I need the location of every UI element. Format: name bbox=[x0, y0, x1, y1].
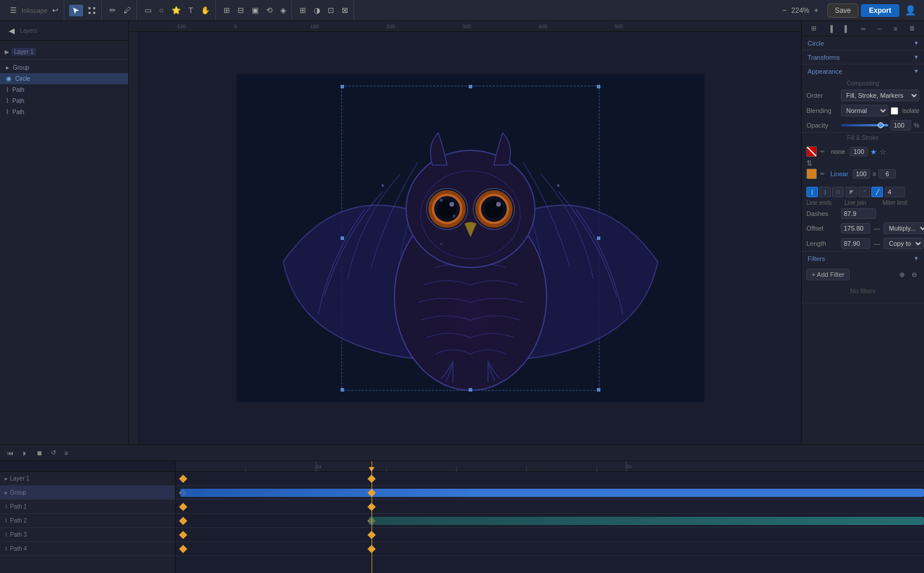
transform-btn[interactable]: ⟲ bbox=[263, 4, 276, 16]
panel-icon-5[interactable]: ─ bbox=[875, 24, 884, 33]
color-mode-btn[interactable]: ◑ bbox=[311, 4, 323, 16]
stroke-swatch[interactable] bbox=[806, 169, 817, 179]
keyframe-4-start[interactable] bbox=[179, 531, 187, 539]
cap-butt-btn[interactable]: | bbox=[806, 187, 818, 197]
save-button[interactable]: Save bbox=[827, 4, 858, 18]
circle-section: Circle ▾ bbox=[802, 36, 924, 50]
undo-btn[interactable]: ↩ bbox=[49, 4, 61, 16]
opacity-input[interactable] bbox=[891, 120, 911, 131]
filters-controls: + Add Filter ⊕ ⊖ bbox=[806, 269, 919, 280]
export-button[interactable]: Export bbox=[861, 4, 899, 17]
panel-icon-3[interactable]: ▌ bbox=[842, 24, 851, 33]
zoom-out-btn[interactable]: − bbox=[779, 4, 790, 16]
hand-tool-btn[interactable]: ✋ bbox=[198, 4, 213, 16]
isolate-checkbox[interactable] bbox=[891, 107, 898, 115]
align-btn[interactable]: ⊞ bbox=[221, 4, 233, 16]
panel-icon-4[interactable]: ═ bbox=[858, 24, 868, 33]
order-select[interactable]: Fill, Stroke, Markers bbox=[841, 90, 919, 101]
tl-group-row: ▸ Group bbox=[0, 486, 175, 500]
sidebar-toggle-btn[interactable]: ◀ bbox=[6, 25, 18, 37]
timeline-tracks[interactable]: 1s 2s bbox=[176, 461, 924, 573]
fit-page-btn[interactable]: ⊡ bbox=[325, 4, 337, 16]
sidebar-item-path3[interactable]: ⌇ Path bbox=[0, 107, 128, 118]
distribute-btn[interactable]: ⊟ bbox=[235, 4, 247, 16]
user-btn[interactable]: 👤 bbox=[902, 3, 919, 18]
node-tool-btn[interactable] bbox=[85, 5, 99, 16]
keyframe-2-start[interactable] bbox=[179, 503, 187, 511]
track-bar-1[interactable] bbox=[180, 489, 924, 497]
path-btn[interactable]: ◈ bbox=[277, 4, 289, 16]
svg-point-0 bbox=[88, 7, 91, 9]
cap-round-btn[interactable]: ) bbox=[819, 187, 831, 197]
pencil-tool-btn[interactable]: ✏ bbox=[107, 4, 119, 16]
filter-icon-2[interactable]: ⊖ bbox=[909, 270, 919, 280]
timeline-playhead[interactable] bbox=[372, 461, 372, 573]
fill-star-empty-icon[interactable]: ☆ bbox=[880, 147, 887, 156]
track-bar-3[interactable] bbox=[369, 517, 924, 525]
zoom-in-btn[interactable]: + bbox=[811, 4, 822, 16]
sidebar-item-circle[interactable]: ◉ Circle bbox=[0, 73, 128, 84]
owl-canvas[interactable] bbox=[139, 32, 801, 444]
panel-icon-1[interactable]: ⊞ bbox=[809, 23, 819, 33]
pen-tool-btn[interactable]: 🖊 bbox=[121, 4, 134, 16]
stroke-width-val[interactable]: 6 bbox=[878, 169, 896, 179]
tl-loop-btn[interactable]: ↺ bbox=[49, 448, 59, 458]
panel-icon-6[interactable]: ≡ bbox=[891, 24, 899, 33]
panel-icon-2[interactable]: ▐ bbox=[826, 24, 835, 33]
sidebar-item-path1[interactable]: ⌇ Path bbox=[0, 84, 128, 95]
tl-play-btn[interactable]: ⏵ bbox=[19, 448, 30, 458]
blending-select[interactable]: Normal bbox=[841, 105, 888, 116]
length-input[interactable] bbox=[841, 238, 870, 249]
keyframe-3-start[interactable] bbox=[179, 517, 187, 525]
opacity-slider[interactable] bbox=[841, 124, 888, 126]
add-filter-btn[interactable]: + Add Filter bbox=[806, 269, 850, 280]
keyframe-0-start[interactable] bbox=[179, 475, 187, 483]
join-bevel-btn[interactable]: ╱ bbox=[871, 187, 883, 197]
offset-input[interactable] bbox=[841, 223, 870, 234]
menu-btn[interactable]: ☰ bbox=[7, 4, 20, 16]
circle-tool-btn[interactable]: ○ bbox=[156, 4, 167, 16]
stroke-edit-btn[interactable]: ✏ bbox=[819, 171, 826, 177]
panel-icon-7[interactable]: ≣ bbox=[907, 23, 917, 33]
fill-val[interactable]: 100 bbox=[850, 147, 867, 156]
join-miter-btn[interactable]: ◤ bbox=[846, 187, 857, 197]
fill-star-icon[interactable]: ★ bbox=[870, 147, 877, 156]
canvas-area[interactable]: -100 0 100 200 300 400 500 bbox=[129, 21, 801, 444]
circle-section-title[interactable]: Circle ▾ bbox=[802, 36, 924, 50]
length-row: Length — Copy to bbox=[802, 236, 924, 251]
stroke-val[interactable]: 100 bbox=[853, 169, 870, 179]
join-round-btn[interactable]: ◜ bbox=[858, 187, 870, 197]
transforms-section-title[interactable]: Transforms ▾ bbox=[802, 50, 924, 64]
timeline-toolbar: ⏮ ⏵ ⏹ ↺ ≡ bbox=[0, 445, 924, 461]
length-mode-select[interactable]: Copy to bbox=[884, 238, 923, 249]
blending-row: Blending Normal Isolate bbox=[802, 103, 924, 118]
fit-drawing-btn[interactable]: ⊠ bbox=[339, 4, 351, 16]
swap-arrows-icon[interactable]: ⇅ bbox=[806, 159, 812, 167]
tl-stop-btn[interactable]: ⏹ bbox=[34, 448, 45, 458]
star-tool-btn[interactable]: ⭐ bbox=[169, 4, 184, 16]
appearance-section-title[interactable]: Appearance ▾ bbox=[802, 64, 924, 78]
filter-icon-1[interactable]: ⊕ bbox=[897, 270, 907, 280]
cap-square-btn[interactable]: □ bbox=[832, 187, 844, 197]
rect-tool-btn[interactable]: ▭ bbox=[142, 4, 154, 16]
tl-rewind-btn[interactable]: ⏮ bbox=[5, 448, 16, 458]
bitmap-btn[interactable]: ▣ bbox=[249, 4, 262, 16]
svg-rect-29 bbox=[597, 388, 600, 392]
filters-section-title[interactable]: Filters ▾ bbox=[802, 252, 924, 265]
keyframe-5-start[interactable] bbox=[179, 545, 187, 553]
sidebar-item-path2[interactable]: ⌇ Path bbox=[0, 95, 128, 107]
tl-menu-btn[interactable]: ≡ bbox=[62, 448, 70, 458]
offset-mode-select[interactable]: Multiply... bbox=[884, 222, 924, 234]
text-tool-btn[interactable]: T bbox=[186, 4, 196, 16]
tl-path3-row: ⌇ Path 3 bbox=[0, 528, 175, 542]
view-toggle-btn[interactable]: ⊞ bbox=[297, 4, 309, 16]
fill-edit-btn[interactable]: ✏ bbox=[819, 149, 826, 155]
sidebar-item[interactable]: ▸ Group bbox=[0, 62, 128, 73]
dashes-input[interactable] bbox=[841, 208, 876, 219]
tl-track-5 bbox=[176, 542, 924, 556]
stroke-lines-icon[interactable]: ≡ bbox=[873, 170, 876, 177]
fill-swatch[interactable] bbox=[806, 146, 817, 157]
select-tool-btn[interactable] bbox=[69, 5, 83, 16]
miter-input[interactable] bbox=[885, 187, 905, 197]
canvas-content[interactable] bbox=[139, 32, 801, 444]
